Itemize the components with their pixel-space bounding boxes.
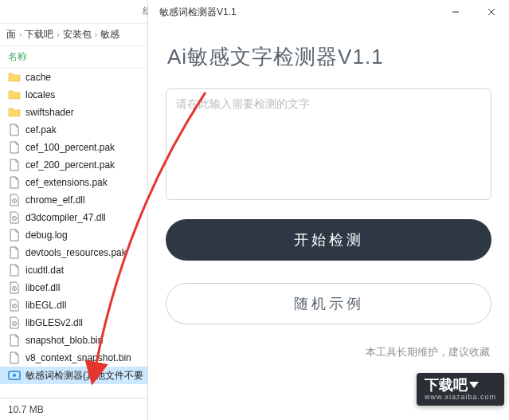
file-name: cef.pak	[25, 124, 57, 135]
list-item[interactable]: cef_100_percent.pak	[0, 139, 159, 156]
column-header-name[interactable]: 名称	[0, 46, 159, 69]
close-button[interactable]	[473, 0, 509, 24]
file-name: snapshot_blob.bin	[25, 335, 103, 346]
list-item[interactable]: cef.pak	[0, 121, 159, 139]
app-content: Ai敏感文字检测器V1.1 开始检测 随机示例 本工具长期维护，建议收藏	[148, 24, 509, 359]
file-name: libEGL.dll	[25, 300, 66, 311]
dll-file-icon	[8, 299, 21, 312]
file-icon	[8, 124, 21, 136]
file-name: devtools_resources.pak	[25, 247, 127, 258]
list-item[interactable]: swiftshader	[0, 104, 159, 121]
chevron-right-icon: ›	[95, 30, 97, 39]
list-item[interactable]: snapshot_blob.bin	[0, 332, 159, 349]
list-item[interactable]: cef_200_percent.pak	[0, 156, 159, 174]
file-name: 敏感词检测器(其他文件不要	[25, 369, 143, 383]
file-icon	[8, 176, 21, 189]
breadcrumb-seg[interactable]: 面	[6, 28, 16, 41]
chevron-right-icon: ›	[19, 30, 22, 39]
list-item[interactable]: 敏感词检测器(其他文件不要	[0, 367, 159, 384]
page-title: Ai敏感文字检测器V1.1	[167, 43, 491, 71]
folder-icon	[8, 88, 21, 101]
list-item[interactable]: libGLESv2.dll	[0, 314, 159, 332]
breadcrumb-seg[interactable]: 安装包	[63, 28, 92, 41]
list-item[interactable]: locales	[0, 86, 159, 104]
file-name: libcef.dll	[25, 282, 60, 293]
list-item[interactable]: cache	[0, 69, 159, 86]
dll-file-icon	[8, 281, 21, 294]
file-name: cache	[25, 72, 51, 83]
list-item[interactable]: chrome_elf.dll	[0, 191, 159, 209]
footer-note: 本工具长期维护，建议收藏	[166, 345, 491, 359]
file-name: cef_100_percent.pak	[25, 142, 115, 153]
file-icon	[8, 264, 21, 277]
status-size: 10.7 MB	[8, 404, 44, 415]
random-sample-button[interactable]: 随机示例	[166, 283, 491, 324]
file-explorer-panel: 组 面 › 下载吧 › 安装包 › 敏感 名称 cachelocalesswif…	[0, 0, 159, 420]
window-controls	[437, 0, 509, 24]
dll-file-icon	[8, 211, 21, 224]
breadcrumb[interactable]: 面 › 下载吧 › 安装包 › 敏感	[0, 24, 159, 46]
list-item[interactable]: cef_extensions.pak	[0, 174, 159, 191]
svg-point-11	[13, 374, 16, 377]
minimize-button[interactable]	[437, 0, 473, 24]
file-icon	[8, 246, 21, 259]
file-icon	[8, 141, 21, 154]
status-bar: 10.7 MB	[0, 398, 159, 420]
file-name: chrome_elf.dll	[25, 194, 85, 206]
file-name: cef_200_percent.pak	[25, 159, 115, 171]
svg-point-3	[14, 218, 15, 219]
folder-icon	[8, 106, 21, 119]
list-item[interactable]: icudtl.dat	[0, 261, 159, 279]
file-icon	[8, 229, 21, 241]
title-bar-left: 敏感词检测器V1.1	[155, 6, 237, 19]
dll-file-icon	[8, 194, 21, 206]
text-input[interactable]	[176, 97, 481, 191]
file-name: swiftshader	[25, 107, 74, 118]
breadcrumb-seg[interactable]: 敏感	[100, 28, 119, 41]
file-name: d3dcompiler_47.dll	[25, 212, 106, 223]
file-name: debug.log	[25, 230, 68, 241]
file-name: cef_extensions.pak	[25, 177, 108, 188]
window-title: 敏感词检测器V1.1	[159, 6, 237, 19]
folder-icon	[8, 71, 21, 84]
detect-button-label: 开始检测	[294, 230, 364, 249]
application-icon	[8, 369, 21, 382]
list-item[interactable]: libEGL.dll	[0, 296, 159, 314]
list-item[interactable]: debug.log	[0, 226, 159, 244]
list-item[interactable]: devtools_resources.pak	[0, 244, 159, 261]
file-icon	[8, 351, 21, 364]
list-item[interactable]: v8_context_snapshot.bin	[0, 349, 159, 367]
file-list: cachelocalesswiftshadercef.pakcef_100_pe…	[0, 69, 159, 395]
random-sample-button-label: 随机示例	[294, 294, 364, 313]
file-name: libGLESv2.dll	[25, 317, 83, 328]
input-wrapper	[166, 88, 491, 200]
file-name: locales	[25, 89, 55, 100]
chevron-right-icon: ›	[57, 30, 59, 39]
svg-point-1	[14, 200, 15, 202]
file-name: icudtl.dat	[25, 265, 64, 276]
column-header-label: 名称	[8, 50, 27, 64]
list-item[interactable]: libcef.dll	[0, 279, 159, 296]
explorer-toolbar: 组	[0, 0, 159, 24]
file-name: v8_context_snapshot.bin	[25, 352, 131, 363]
svg-point-5	[14, 288, 15, 289]
dll-file-icon	[8, 316, 21, 329]
detect-button[interactable]: 开始检测	[166, 219, 491, 261]
app-window: 敏感词检测器V1.1 Ai敏感文字检测器V1.1 开始检测 随机示例 本工具长期…	[147, 0, 509, 420]
title-bar: 敏感词检测器V1.1	[148, 0, 509, 24]
file-icon	[8, 159, 21, 171]
svg-point-7	[14, 305, 15, 307]
breadcrumb-seg[interactable]: 下载吧	[25, 28, 53, 41]
list-item[interactable]: d3dcompiler_47.dll	[0, 209, 159, 226]
svg-point-9	[14, 323, 15, 324]
file-icon	[8, 334, 21, 347]
